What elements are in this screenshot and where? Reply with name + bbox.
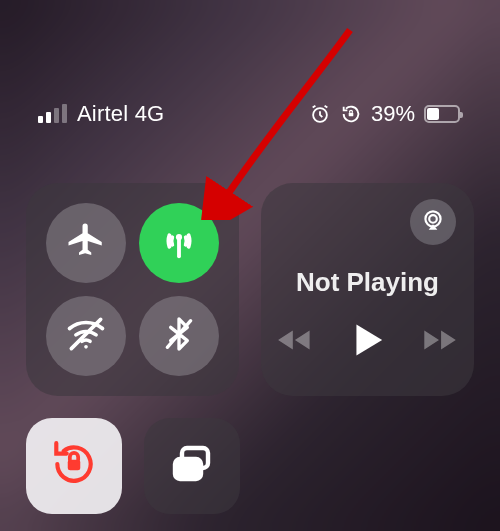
cellular-antenna-icon [156, 218, 202, 268]
status-bar: Airtel 4G 39% [0, 0, 500, 140]
media-title: Not Playing [279, 267, 456, 298]
wifi-off-icon [64, 312, 108, 360]
screen-mirroring-icon [168, 440, 216, 492]
alarm-icon [309, 103, 331, 125]
secondary-row [26, 418, 240, 514]
carrier-label: Airtel 4G [77, 101, 164, 127]
orientation-lock-tile[interactable] [26, 418, 122, 514]
airplane-icon [65, 220, 107, 266]
battery-icon [424, 105, 460, 123]
control-center-row: Not Playing [26, 183, 474, 396]
status-right: 39% [309, 101, 460, 127]
airplay-icon [420, 207, 446, 237]
airplay-button[interactable] [410, 199, 456, 245]
wifi-button[interactable] [46, 296, 126, 376]
cellular-data-button[interactable] [139, 203, 219, 283]
svg-point-8 [429, 215, 437, 223]
airplane-mode-button[interactable] [46, 203, 126, 283]
battery-percent: 39% [371, 101, 415, 127]
svg-point-7 [425, 211, 440, 226]
battery-fill [427, 108, 439, 120]
media-controls [279, 322, 456, 358]
play-button[interactable] [352, 322, 384, 358]
bluetooth-off-icon [159, 314, 199, 358]
bluetooth-button[interactable] [139, 296, 219, 376]
svg-rect-1 [349, 113, 354, 117]
orientation-lock-status-icon [340, 103, 362, 125]
svg-rect-11 [175, 459, 201, 479]
media-tile[interactable]: Not Playing [261, 183, 474, 396]
cellular-signal-icon [38, 105, 67, 123]
status-left: Airtel 4G [38, 101, 164, 127]
rewind-button[interactable] [276, 325, 318, 355]
orientation-lock-icon [49, 439, 99, 493]
svg-point-4 [84, 345, 88, 349]
connectivity-tile[interactable] [26, 183, 239, 396]
screen-mirroring-tile[interactable] [144, 418, 240, 514]
forward-button[interactable] [418, 325, 460, 355]
